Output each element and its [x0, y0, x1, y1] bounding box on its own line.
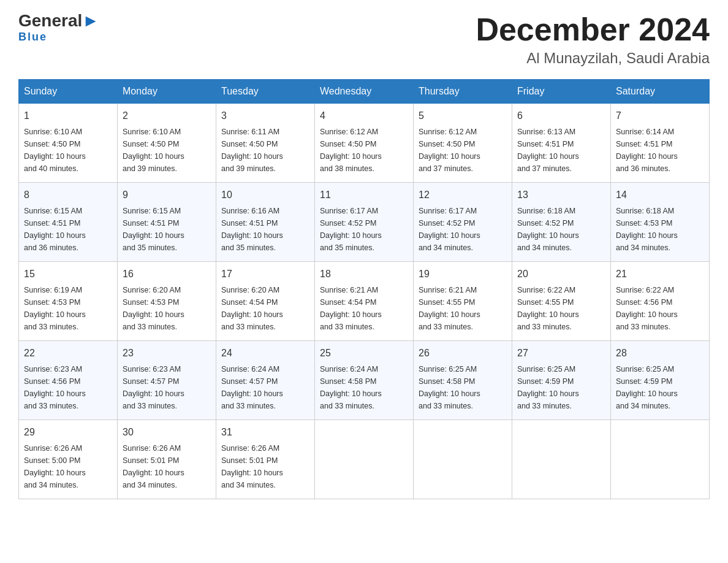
header-row: Sunday Monday Tuesday Wednesday Thursday…: [19, 80, 710, 104]
day-number: 26: [419, 346, 507, 361]
day-info: Sunrise: 6:12 AMSunset: 4:50 PMDaylight:…: [419, 128, 480, 173]
day-info: Sunrise: 6:12 AMSunset: 4:50 PMDaylight:…: [320, 128, 382, 173]
day-info: Sunrise: 6:11 AMSunset: 4:50 PMDaylight:…: [221, 128, 283, 173]
day-number: 6: [517, 109, 605, 123]
day-number: 7: [616, 109, 704, 123]
table-row: 21 Sunrise: 6:22 AMSunset: 4:56 PMDaylig…: [611, 262, 710, 341]
day-number: 20: [517, 267, 605, 282]
col-friday: Friday: [512, 80, 611, 104]
calendar-week-row: 29 Sunrise: 6:26 AMSunset: 5:00 PMDaylig…: [19, 420, 710, 499]
table-row: 26 Sunrise: 6:25 AMSunset: 4:58 PMDaylig…: [414, 341, 512, 420]
day-info: Sunrise: 6:25 AMSunset: 4:59 PMDaylight:…: [517, 365, 579, 410]
day-info: Sunrise: 6:22 AMSunset: 4:56 PMDaylight:…: [616, 286, 678, 331]
day-number: 31: [221, 425, 309, 440]
logo-blue: Blue: [18, 31, 47, 44]
day-info: Sunrise: 6:19 AMSunset: 4:53 PMDaylight:…: [24, 286, 86, 331]
day-number: 12: [419, 188, 507, 202]
day-info: Sunrise: 6:23 AMSunset: 4:57 PMDaylight:…: [123, 365, 184, 410]
table-row: 14 Sunrise: 6:18 AMSunset: 4:53 PMDaylig…: [611, 183, 710, 262]
calendar-week-row: 8 Sunrise: 6:15 AMSunset: 4:51 PMDayligh…: [19, 183, 710, 262]
table-row: 16 Sunrise: 6:20 AMSunset: 4:53 PMDaylig…: [118, 262, 216, 341]
day-number: 9: [123, 188, 211, 202]
table-row: 27 Sunrise: 6:25 AMSunset: 4:59 PMDaylig…: [512, 341, 611, 420]
table-row: 20 Sunrise: 6:22 AMSunset: 4:55 PMDaylig…: [512, 262, 611, 341]
table-row: 12 Sunrise: 6:17 AMSunset: 4:52 PMDaylig…: [414, 183, 512, 262]
table-row: 4 Sunrise: 6:12 AMSunset: 4:50 PMDayligh…: [315, 104, 414, 183]
day-number: 13: [517, 188, 605, 202]
table-row: 30 Sunrise: 6:26 AMSunset: 5:01 PMDaylig…: [118, 420, 216, 499]
table-row: 3 Sunrise: 6:11 AMSunset: 4:50 PMDayligh…: [216, 104, 315, 183]
col-saturday: Saturday: [611, 80, 710, 104]
day-info: Sunrise: 6:22 AMSunset: 4:55 PMDaylight:…: [517, 286, 579, 331]
day-number: 29: [24, 425, 112, 440]
day-number: 25: [320, 346, 408, 361]
table-row: 19 Sunrise: 6:21 AMSunset: 4:55 PMDaylig…: [414, 262, 512, 341]
table-row: [414, 420, 512, 499]
table-row: [611, 420, 710, 499]
day-number: 27: [517, 346, 605, 361]
day-info: Sunrise: 6:24 AMSunset: 4:58 PMDaylight:…: [320, 365, 382, 410]
day-number: 21: [616, 267, 704, 282]
table-row: 7 Sunrise: 6:14 AMSunset: 4:51 PMDayligh…: [611, 104, 710, 183]
table-row: 28 Sunrise: 6:25 AMSunset: 4:59 PMDaylig…: [611, 341, 710, 420]
day-number: 8: [24, 188, 112, 202]
day-info: Sunrise: 6:24 AMSunset: 4:57 PMDaylight:…: [221, 365, 283, 410]
day-info: Sunrise: 6:15 AMSunset: 4:51 PMDaylight:…: [24, 207, 86, 252]
day-number: 11: [320, 188, 408, 202]
logo-brand: General►: [18, 12, 99, 29]
col-thursday: Thursday: [414, 80, 512, 104]
day-info: Sunrise: 6:17 AMSunset: 4:52 PMDaylight:…: [320, 207, 382, 252]
table-row: 24 Sunrise: 6:24 AMSunset: 4:57 PMDaylig…: [216, 341, 315, 420]
calendar-table: Sunday Monday Tuesday Wednesday Thursday…: [18, 79, 710, 499]
table-row: 13 Sunrise: 6:18 AMSunset: 4:52 PMDaylig…: [512, 183, 611, 262]
col-sunday: Sunday: [19, 80, 118, 104]
calendar-week-row: 15 Sunrise: 6:19 AMSunset: 4:53 PMDaylig…: [19, 262, 710, 341]
day-info: Sunrise: 6:26 AMSunset: 5:00 PMDaylight:…: [24, 444, 86, 489]
page-header: General► Blue December 2024 Al Munayzila…: [18, 12, 710, 67]
day-number: 28: [616, 346, 704, 361]
day-info: Sunrise: 6:13 AMSunset: 4:51 PMDaylight:…: [517, 128, 579, 173]
table-row: 15 Sunrise: 6:19 AMSunset: 4:53 PMDaylig…: [19, 262, 118, 341]
col-monday: Monday: [118, 80, 216, 104]
location-title: Al Munayzilah, Saudi Arabia: [476, 50, 710, 67]
table-row: 9 Sunrise: 6:15 AMSunset: 4:51 PMDayligh…: [118, 183, 216, 262]
day-number: 18: [320, 267, 408, 282]
table-row: [512, 420, 611, 499]
day-info: Sunrise: 6:25 AMSunset: 4:59 PMDaylight:…: [616, 365, 678, 410]
table-row: 23 Sunrise: 6:23 AMSunset: 4:57 PMDaylig…: [118, 341, 216, 420]
day-number: 17: [221, 267, 309, 282]
day-number: 15: [24, 267, 112, 282]
day-number: 22: [24, 346, 112, 361]
day-number: 23: [123, 346, 211, 361]
day-number: 16: [123, 267, 211, 282]
day-info: Sunrise: 6:16 AMSunset: 4:51 PMDaylight:…: [221, 207, 283, 252]
table-row: 1 Sunrise: 6:10 AMSunset: 4:50 PMDayligh…: [19, 104, 118, 183]
day-number: 2: [123, 109, 211, 123]
table-row: 18 Sunrise: 6:21 AMSunset: 4:54 PMDaylig…: [315, 262, 414, 341]
day-number: 4: [320, 109, 408, 123]
day-info: Sunrise: 6:10 AMSunset: 4:50 PMDaylight:…: [123, 128, 184, 173]
day-number: 3: [221, 109, 309, 123]
day-info: Sunrise: 6:26 AMSunset: 5:01 PMDaylight:…: [221, 444, 283, 489]
table-row: [315, 420, 414, 499]
table-row: 6 Sunrise: 6:13 AMSunset: 4:51 PMDayligh…: [512, 104, 611, 183]
logo: General► Blue: [18, 12, 99, 44]
day-info: Sunrise: 6:21 AMSunset: 4:55 PMDaylight:…: [419, 286, 480, 331]
day-number: 30: [123, 425, 211, 440]
calendar-week-row: 1 Sunrise: 6:10 AMSunset: 4:50 PMDayligh…: [19, 104, 710, 183]
day-number: 10: [221, 188, 309, 202]
table-row: 25 Sunrise: 6:24 AMSunset: 4:58 PMDaylig…: [315, 341, 414, 420]
table-row: 5 Sunrise: 6:12 AMSunset: 4:50 PMDayligh…: [414, 104, 512, 183]
calendar-week-row: 22 Sunrise: 6:23 AMSunset: 4:56 PMDaylig…: [19, 341, 710, 420]
day-info: Sunrise: 6:21 AMSunset: 4:54 PMDaylight:…: [320, 286, 382, 331]
day-info: Sunrise: 6:10 AMSunset: 4:50 PMDaylight:…: [24, 128, 86, 173]
day-info: Sunrise: 6:17 AMSunset: 4:52 PMDaylight:…: [419, 207, 480, 252]
table-row: 8 Sunrise: 6:15 AMSunset: 4:51 PMDayligh…: [19, 183, 118, 262]
day-info: Sunrise: 6:15 AMSunset: 4:51 PMDaylight:…: [123, 207, 184, 252]
table-row: 22 Sunrise: 6:23 AMSunset: 4:56 PMDaylig…: [19, 341, 118, 420]
table-row: 11 Sunrise: 6:17 AMSunset: 4:52 PMDaylig…: [315, 183, 414, 262]
day-info: Sunrise: 6:26 AMSunset: 5:01 PMDaylight:…: [123, 444, 184, 489]
day-number: 24: [221, 346, 309, 361]
table-row: 2 Sunrise: 6:10 AMSunset: 4:50 PMDayligh…: [118, 104, 216, 183]
day-info: Sunrise: 6:18 AMSunset: 4:53 PMDaylight:…: [616, 207, 678, 252]
